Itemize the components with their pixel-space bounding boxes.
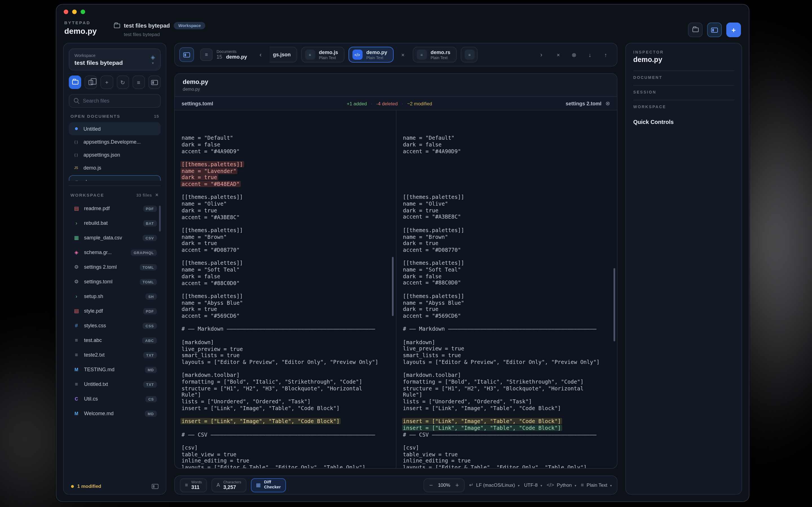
file-row[interactable]: style.pdf PDF bbox=[69, 304, 161, 318]
code-line: live_preview = true bbox=[182, 346, 382, 352]
chevron-down-icon: ▾ bbox=[541, 483, 542, 487]
code-line bbox=[403, 187, 603, 194]
scroll-tabs-left-button[interactable]: ‹ bbox=[255, 47, 266, 62]
code-line bbox=[182, 319, 382, 326]
file-row[interactable]: setup.sh SH bbox=[69, 289, 161, 304]
editor-scrollbar[interactable] bbox=[613, 268, 615, 341]
code-line: layouts = ["Editor & Preview", "Editor O… bbox=[403, 359, 603, 365]
line-endings-value: LF (macOS/Linux) bbox=[476, 482, 515, 488]
file-name: Welcome.md bbox=[84, 411, 141, 416]
tab[interactable]: </> demo.py Plain Text bbox=[348, 47, 393, 62]
diff-right-code: name = "Default"dark = falseaccent = "#4… bbox=[403, 115, 603, 468]
tab[interactable]: {} gs.json bbox=[269, 47, 297, 62]
file-name: test.abc bbox=[84, 337, 139, 343]
code-line: dark = true bbox=[182, 240, 382, 247]
left-pane-scrollbar[interactable] bbox=[392, 257, 393, 316]
new-file-button[interactable]: + bbox=[101, 75, 113, 89]
file-type-badge: TXT bbox=[143, 352, 157, 358]
code-line: formatting = ["Bold", "Italic", "Striket… bbox=[182, 379, 382, 385]
close-tab-button[interactable]: × bbox=[552, 48, 565, 61]
open-document-item[interactable]: appsettings.Developme... bbox=[69, 135, 161, 148]
code-line bbox=[182, 365, 382, 372]
file-row[interactable]: rebuild.bat BAT bbox=[69, 216, 161, 230]
close-icon[interactable]: × bbox=[155, 192, 159, 198]
workspace-card[interactable]: Workspace test files bytepad ◈ ▾ bbox=[69, 48, 161, 70]
tab[interactable]: ≡ demo.rs Plain Text bbox=[412, 47, 456, 62]
file-row[interactable]: styles.css CSS bbox=[69, 318, 161, 333]
open-document-item[interactable]: demo.js bbox=[69, 161, 161, 174]
file-row[interactable]: Untitled.txt TXT bbox=[69, 377, 161, 392]
new-document-button[interactable]: + bbox=[726, 22, 741, 37]
search-input[interactable] bbox=[83, 98, 156, 104]
language-dropdown[interactable]: </> Python ▾ bbox=[547, 482, 576, 488]
minimize-window-button[interactable] bbox=[72, 10, 77, 14]
open-document-item[interactable]: Untitled bbox=[69, 122, 161, 135]
open-document-item[interactable]: appsettings.json bbox=[69, 148, 161, 161]
diff-checker-button[interactable]: ▦ Diff Checker bbox=[251, 478, 286, 492]
code-line: dark = true bbox=[403, 306, 603, 313]
line-endings-dropdown[interactable]: ↵ LF (macOS/Linux) ▾ bbox=[469, 482, 520, 488]
workspace-files-title: WORKSPACE bbox=[70, 192, 104, 198]
file-row[interactable]: readme.pdf PDF bbox=[69, 201, 161, 216]
tab[interactable]: ≡ C bbox=[460, 47, 477, 62]
file-row[interactable]: settings 2.toml TOML bbox=[69, 260, 161, 274]
scroll-tabs-right-button[interactable]: › bbox=[536, 47, 546, 62]
file-row[interactable]: Welcome.md MD bbox=[69, 406, 161, 421]
mode-dropdown[interactable]: ≡ Plain Text ▾ bbox=[581, 482, 612, 488]
open-document-item[interactable]: demo.py bbox=[69, 175, 161, 181]
duplicate-file-button[interactable] bbox=[85, 75, 97, 89]
collapse-sidebar-button[interactable] bbox=[148, 75, 161, 89]
filter-button[interactable]: ≡ bbox=[132, 75, 145, 89]
zoom-window-button[interactable] bbox=[81, 10, 85, 14]
import-button[interactable]: ↓ bbox=[583, 48, 597, 61]
search-box[interactable] bbox=[69, 94, 161, 108]
panel-icon[interactable] bbox=[152, 484, 158, 489]
file-row[interactable]: test.abc ABC bbox=[69, 333, 161, 348]
files-button[interactable] bbox=[69, 75, 81, 89]
new-folder-button[interactable] bbox=[688, 22, 703, 37]
file-icon: ≡ bbox=[416, 50, 426, 60]
file-row[interactable]: sample_data.csv CSV bbox=[69, 230, 161, 245]
panel-icon bbox=[711, 27, 718, 33]
close-active-tab-button[interactable]: × bbox=[397, 49, 409, 60]
refresh-button[interactable]: ↻ bbox=[116, 75, 129, 89]
code-line: dark = false bbox=[182, 142, 382, 148]
code-line bbox=[403, 319, 603, 326]
breadcrumb[interactable]: test files bytepad Workspace test files … bbox=[114, 22, 205, 37]
header-actions: + bbox=[688, 22, 741, 37]
file-type-icon bbox=[73, 293, 80, 299]
split-view-button[interactable] bbox=[707, 22, 722, 37]
close-all-tabs-button[interactable]: ⊗ bbox=[567, 48, 581, 61]
open-document-name: demo.js bbox=[84, 165, 101, 170]
code-line bbox=[182, 438, 382, 445]
code-line: structure = ["H1", "H2", "H3", "Blockquo… bbox=[182, 385, 382, 398]
sidebar-scrollbar[interactable] bbox=[159, 206, 161, 231]
document-header: demo.py demo.py bbox=[175, 74, 617, 97]
close-diff-button[interactable]: ⊗ bbox=[605, 100, 610, 107]
file-type-badge: TOML bbox=[140, 264, 157, 270]
code-line: [markdown] bbox=[182, 339, 382, 346]
toggle-tab-list-button[interactable] bbox=[179, 47, 194, 62]
zoom-out-button[interactable]: − bbox=[429, 482, 433, 489]
file-row[interactable]: settings.toml TOML bbox=[69, 274, 161, 289]
zoom-in-button[interactable]: + bbox=[455, 482, 459, 489]
file-type-icon bbox=[73, 220, 80, 226]
file-row[interactable]: teste2.txt TXT bbox=[69, 348, 161, 362]
document-subtitle: demo.py bbox=[183, 87, 609, 92]
encoding-dropdown[interactable]: UTF-8 ▾ bbox=[524, 482, 542, 488]
code-line: insert = ["Link", "Image", "Table", "Cod… bbox=[403, 425, 603, 431]
close-window-button[interactable] bbox=[64, 10, 68, 14]
file-name: settings 2.toml bbox=[84, 264, 136, 270]
file-row[interactable]: schema.gr... GRAPHQL bbox=[69, 245, 161, 260]
diff-pane-right[interactable]: name = "Default"dark = falseaccent = "#4… bbox=[396, 110, 617, 468]
code-line: [markdown.toolbar] bbox=[403, 372, 603, 378]
export-button[interactable]: ↑ bbox=[599, 48, 612, 61]
diff-pane-left[interactable]: name = "Default"dark = falseaccent = "#4… bbox=[175, 110, 396, 468]
code-line: accent = "#4A90D9" bbox=[403, 148, 603, 154]
file-row[interactable]: Util.cs CS bbox=[69, 392, 161, 406]
tab[interactable]: ≡ demo.js Plain Text bbox=[301, 47, 344, 62]
documents-dropdown[interactable]: ≡ Documents 15 demo.py bbox=[198, 47, 252, 62]
code-line: [[themes.palettes]] bbox=[182, 260, 382, 267]
inspector-section-session: SESSION bbox=[633, 85, 734, 98]
file-row[interactable]: TESTING.md MD bbox=[69, 362, 161, 377]
